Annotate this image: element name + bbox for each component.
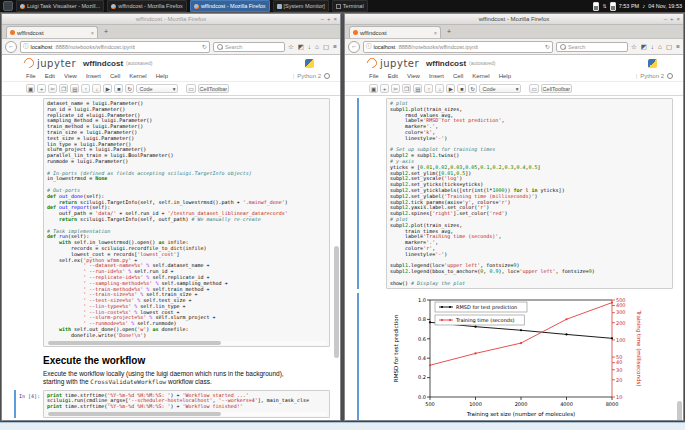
horizontal-scrollbar[interactable] [47,341,326,345]
menu-view[interactable]: View [64,73,77,79]
code-editor[interactable]: print time.strftime('%Y-%m-%d %H:%M:%S: … [43,390,330,418]
menu-help[interactable]: Help [156,73,168,79]
vertical-scrollbar[interactable] [677,401,682,420]
downloads-icon[interactable]: ↓ [651,43,654,50]
cell-type-dropdown[interactable]: Code ▾ [479,84,521,93]
interrupt-kernel-button[interactable]: ■ [457,84,466,93]
menu-file[interactable]: File [369,73,379,79]
jupyter-logo-icon[interactable] [22,56,36,70]
app-launcher-icon[interactable] [3,1,13,11]
menu-insert[interactable]: Insert [86,73,101,79]
code-editor[interactable]: # plotsubpl1.plot(train_sizes, rmsd_valu… [386,98,673,289]
window-titlebar[interactable]: wffindcost - Mozilla Firefox – + × [2,14,340,25]
new-tab-button[interactable]: + [447,26,451,38]
pocket-icon[interactable]: ◩ [298,43,304,51]
celltoolbar-button[interactable]: CellToolbar [198,84,230,93]
menu-help[interactable]: Help [499,73,511,79]
battery-icon[interactable] [593,2,599,11]
notebook-title[interactable]: wffindcost [426,59,466,68]
horizontal-scrollbar[interactable] [47,412,326,416]
restart-kernel-button[interactable]: ↻ [468,84,477,93]
menu-kernel[interactable]: Kernel [472,73,489,79]
taskbar-item-terminal[interactable]: Terminal [332,0,368,12]
taskbar-item-luigi[interactable]: Luigi Task Visualiser - Mozill... [16,0,104,12]
page-info-icon[interactable]: ⓘ [366,43,372,50]
paste-cell-button[interactable]: ▤ [70,84,79,93]
taskbar-item-wffindcost-2[interactable]: wffindcost - Mozilla Firefox [190,0,270,12]
reload-icon[interactable]: ↻ [545,43,550,50]
cell-type-dropdown[interactable]: Code ▾ [136,84,178,93]
back-button[interactable]: ← [5,41,17,53]
menu-cell[interactable]: Cell [110,73,120,79]
tray-date[interactable]: 04 Nov, 19:53 [648,3,682,9]
volume-icon[interactable]: ♪ [642,3,645,9]
pocket-icon[interactable]: ◩ [641,43,647,51]
menu-cell[interactable]: Cell [453,73,463,79]
window-titlebar[interactable]: wffindcost - Mozilla Firefox – + × [345,14,683,25]
new-tab-button[interactable]: + [104,26,108,38]
scrollbar-thumb[interactable] [48,341,221,345]
run-cell-button[interactable]: ▶ [103,84,112,93]
move-down-button[interactable]: ↓ [92,84,101,93]
maximize-icon[interactable]: + [670,14,674,24]
move-down-button[interactable]: ↓ [435,84,444,93]
menu-file[interactable]: File [26,73,36,79]
menu-insert[interactable]: Insert [429,73,444,79]
scrollbar-thumb[interactable] [48,412,221,416]
fullscreen-icon[interactable]: ▢ [666,43,672,51]
reload-icon[interactable]: ↻ [202,43,207,50]
close-icon[interactable]: × [676,14,680,24]
run-cell-button[interactable]: ▶ [446,84,455,93]
cut-cell-button[interactable]: ✂ [391,84,400,93]
jupyter-logo-icon[interactable] [365,56,379,70]
code-editor[interactable]: dataset_name = luigi.Parameter()run_id =… [43,98,330,347]
home-icon[interactable]: ⌂ [315,43,319,50]
url-bar[interactable]: ⓘ localhost :8888/notebooks/wffindcost.i… [363,41,553,53]
celltoolbar-button[interactable]: CellToolbar [541,84,573,93]
vertical-scrollbar[interactable] [334,246,339,358]
restart-kernel-button[interactable]: ↻ [125,84,134,93]
bookmark-star-icon[interactable]: ☆ [288,43,294,51]
move-up-button[interactable]: ↑ [81,84,90,93]
back-button[interactable]: ← [348,41,360,53]
menu-view[interactable]: View [407,73,420,79]
network-icon[interactable]: ⇅ [602,3,606,9]
tab-close-icon[interactable]: × [434,30,437,36]
keyboard-button[interactable]: ▭ [186,84,195,93]
url-bar[interactable]: ⓘ localhost :8888/notebooks/wffindcost.i… [20,41,210,53]
close-icon[interactable]: × [333,14,337,24]
maximize-icon[interactable]: + [327,14,331,24]
downloads-icon[interactable]: ↓ [308,43,311,50]
paste-cell-button[interactable]: ▤ [413,84,422,93]
tray-clock[interactable]: 7:53 PM [619,3,639,9]
menu-edit[interactable]: Edit [45,73,55,79]
add-cell-button[interactable]: + [37,84,46,93]
cut-cell-button[interactable]: ✂ [48,84,57,93]
menu-edit[interactable]: Edit [388,73,398,79]
search-field[interactable]: Search [213,42,285,52]
copy-cell-button[interactable]: ❐ [402,84,411,93]
minimize-icon[interactable]: – [321,14,324,24]
jupyter-wordmark[interactable]: jupyter [37,58,76,69]
interrupt-kernel-button[interactable]: ■ [114,84,123,93]
save-button[interactable]: ▣ [369,84,378,93]
add-cell-button[interactable]: + [380,84,389,93]
jupyter-wordmark[interactable]: jupyter [380,58,419,69]
menu-kernel[interactable]: Kernel [129,73,146,79]
page-info-icon[interactable]: ⓘ [23,43,29,50]
bookmark-star-icon[interactable]: ☆ [631,43,637,51]
search-field[interactable]: Search [556,42,628,52]
menu-icon[interactable]: ≡ [333,43,337,50]
save-button[interactable]: ▣ [26,84,35,93]
menu-icon[interactable]: ≡ [676,43,680,50]
browser-tab[interactable]: wffindcost × [6,26,98,38]
move-up-button[interactable]: ↑ [424,84,433,93]
tab-close-icon[interactable]: × [91,30,94,36]
taskbar-item-wffindcost-1[interactable]: wffindcost - Mozilla Firefox [107,0,187,12]
browser-tab[interactable]: wffindcost × [349,26,441,38]
keyboard-button[interactable]: ▭ [529,84,538,93]
copy-cell-button[interactable]: ❐ [59,84,68,93]
taskbar-item-system-monitor[interactable]: [System Monitor] [273,0,329,12]
home-icon[interactable]: ⌂ [658,43,662,50]
minimize-icon[interactable]: – [664,14,667,24]
